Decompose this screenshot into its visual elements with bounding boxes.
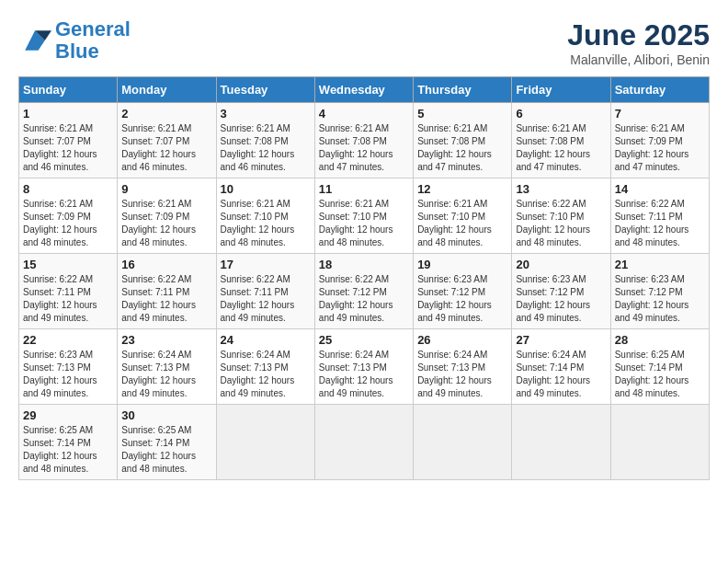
day-cell-28: 28 Sunrise: 6:25 AM Sunset: 7:14 PM Dayl…: [610, 329, 709, 405]
day-number: 23: [121, 333, 211, 347]
day-number: 30: [121, 408, 211, 422]
day-cell-11: 11 Sunrise: 6:21 AM Sunset: 7:10 PM Dayl…: [314, 178, 413, 254]
day-info: Sunrise: 6:21 AM Sunset: 7:10 PM Dayligh…: [417, 198, 507, 249]
day-info: Sunrise: 6:25 AM Sunset: 7:14 PM Dayligh…: [121, 424, 211, 476]
day-cell-14: 14 Sunrise: 6:22 AM Sunset: 7:11 PM Dayl…: [610, 178, 709, 254]
day-number: 2: [121, 107, 211, 121]
day-info: Sunrise: 6:25 AM Sunset: 7:14 PM Dayligh…: [615, 349, 705, 400]
day-cell-22: 22 Sunrise: 6:23 AM Sunset: 7:13 PM Dayl…: [19, 329, 118, 405]
day-number: 10: [221, 182, 311, 196]
day-cell-24: 24 Sunrise: 6:24 AM Sunset: 7:13 PM Dayl…: [216, 329, 314, 405]
day-info: Sunrise: 6:21 AM Sunset: 7:07 PM Dayligh…: [23, 122, 113, 174]
day-info: Sunrise: 6:24 AM Sunset: 7:13 PM Dayligh…: [121, 349, 211, 400]
day-number: 20: [516, 258, 606, 271]
empty-cell: [314, 405, 413, 480]
day-info: Sunrise: 6:22 AM Sunset: 7:11 PM Dayligh…: [23, 273, 113, 325]
month-title: June 2025: [567, 18, 710, 52]
calendar-week-4: 22 Sunrise: 6:23 AM Sunset: 7:13 PM Dayl…: [19, 329, 710, 405]
day-number: 8: [23, 182, 113, 196]
header-thursday: Thursday: [414, 77, 512, 103]
location-title: Malanville, Alibori, Benin: [567, 52, 710, 67]
day-number: 29: [23, 408, 113, 422]
day-info: Sunrise: 6:22 AM Sunset: 7:12 PM Dayligh…: [319, 273, 409, 325]
empty-cell: [512, 405, 610, 480]
day-number: 1: [23, 107, 113, 121]
day-number: 28: [615, 333, 705, 347]
day-cell-29: 29 Sunrise: 6:25 AM Sunset: 7:14 PM Dayl…: [19, 405, 118, 480]
day-info: Sunrise: 6:24 AM Sunset: 7:13 PM Dayligh…: [319, 349, 409, 400]
day-info: Sunrise: 6:23 AM Sunset: 7:12 PM Dayligh…: [516, 273, 606, 325]
day-number: 22: [23, 333, 113, 347]
day-number: 4: [319, 107, 409, 121]
day-number: 14: [615, 182, 705, 196]
day-number: 26: [417, 333, 507, 347]
header-saturday: Saturday: [610, 77, 709, 103]
day-number: 19: [417, 258, 507, 271]
logo-blue: Blue: [55, 40, 99, 63]
day-cell-13: 13 Sunrise: 6:22 AM Sunset: 7:10 PM Dayl…: [512, 178, 610, 254]
day-number: 16: [121, 258, 211, 271]
title-block: June 2025 Malanville, Alibori, Benin: [567, 18, 710, 67]
empty-cell: [610, 405, 709, 480]
day-number: 5: [417, 107, 507, 121]
day-cell-9: 9 Sunrise: 6:21 AM Sunset: 7:09 PM Dayli…: [118, 178, 216, 254]
day-cell-18: 18 Sunrise: 6:22 AM Sunset: 7:12 PM Dayl…: [314, 254, 413, 329]
day-info: Sunrise: 6:22 AM Sunset: 7:10 PM Dayligh…: [516, 198, 606, 249]
weekday-row: Sunday Monday Tuesday Wednesday Thursday…: [19, 77, 710, 103]
day-cell-10: 10 Sunrise: 6:21 AM Sunset: 7:10 PM Dayl…: [216, 178, 314, 254]
day-number: 21: [615, 258, 705, 271]
day-number: 6: [516, 107, 606, 121]
day-cell-30: 30 Sunrise: 6:25 AM Sunset: 7:14 PM Dayl…: [118, 405, 216, 480]
day-cell-4: 4 Sunrise: 6:21 AM Sunset: 7:08 PM Dayli…: [314, 103, 413, 178]
day-info: Sunrise: 6:23 AM Sunset: 7:12 PM Dayligh…: [615, 273, 705, 325]
day-number: 7: [615, 107, 705, 121]
day-number: 13: [516, 182, 606, 196]
day-cell-26: 26 Sunrise: 6:24 AM Sunset: 7:13 PM Dayl…: [414, 329, 512, 405]
page-header: General Blue June 2025 Malanville, Alibo…: [18, 18, 710, 67]
day-cell-21: 21 Sunrise: 6:23 AM Sunset: 7:12 PM Dayl…: [610, 254, 709, 329]
day-number: 15: [23, 258, 113, 271]
day-number: 3: [221, 107, 311, 121]
day-cell-12: 12 Sunrise: 6:21 AM Sunset: 7:10 PM Dayl…: [414, 178, 512, 254]
header-tuesday: Tuesday: [216, 77, 314, 103]
day-info: Sunrise: 6:21 AM Sunset: 7:09 PM Dayligh…: [121, 198, 211, 249]
calendar-week-2: 8 Sunrise: 6:21 AM Sunset: 7:09 PM Dayli…: [19, 178, 710, 254]
calendar-week-3: 15 Sunrise: 6:22 AM Sunset: 7:11 PM Dayl…: [19, 254, 710, 329]
day-info: Sunrise: 6:21 AM Sunset: 7:10 PM Dayligh…: [319, 198, 409, 249]
day-number: 18: [319, 258, 409, 271]
day-cell-7: 7 Sunrise: 6:21 AM Sunset: 7:09 PM Dayli…: [610, 103, 709, 178]
day-info: Sunrise: 6:24 AM Sunset: 7:13 PM Dayligh…: [417, 349, 507, 400]
empty-cell: [216, 405, 314, 480]
header-friday: Friday: [512, 77, 610, 103]
day-number: 25: [319, 333, 409, 347]
day-info: Sunrise: 6:23 AM Sunset: 7:13 PM Dayligh…: [23, 349, 113, 400]
day-info: Sunrise: 6:21 AM Sunset: 7:08 PM Dayligh…: [221, 122, 311, 174]
day-cell-15: 15 Sunrise: 6:22 AM Sunset: 7:11 PM Dayl…: [19, 254, 118, 329]
day-info: Sunrise: 6:22 AM Sunset: 7:11 PM Dayligh…: [121, 273, 211, 325]
day-number: 9: [121, 182, 211, 196]
day-info: Sunrise: 6:21 AM Sunset: 7:07 PM Dayligh…: [121, 122, 211, 174]
day-info: Sunrise: 6:21 AM Sunset: 7:08 PM Dayligh…: [417, 122, 507, 174]
day-cell-8: 8 Sunrise: 6:21 AM Sunset: 7:09 PM Dayli…: [19, 178, 118, 254]
day-info: Sunrise: 6:22 AM Sunset: 7:11 PM Dayligh…: [221, 273, 311, 325]
day-info: Sunrise: 6:25 AM Sunset: 7:14 PM Dayligh…: [23, 424, 113, 476]
day-number: 17: [221, 258, 311, 271]
logo-icon: [18, 24, 51, 57]
day-cell-20: 20 Sunrise: 6:23 AM Sunset: 7:12 PM Dayl…: [512, 254, 610, 329]
day-info: Sunrise: 6:22 AM Sunset: 7:11 PM Dayligh…: [615, 198, 705, 249]
calendar-table: Sunday Monday Tuesday Wednesday Thursday…: [18, 76, 710, 480]
day-info: Sunrise: 6:21 AM Sunset: 7:09 PM Dayligh…: [23, 198, 113, 249]
logo-general: General: [55, 17, 131, 40]
day-cell-1: 1 Sunrise: 6:21 AM Sunset: 7:07 PM Dayli…: [19, 103, 118, 178]
header-wednesday: Wednesday: [314, 77, 413, 103]
day-cell-17: 17 Sunrise: 6:22 AM Sunset: 7:11 PM Dayl…: [216, 254, 314, 329]
empty-cell: [414, 405, 512, 480]
day-info: Sunrise: 6:24 AM Sunset: 7:14 PM Dayligh…: [516, 349, 606, 400]
logo-text: General Blue: [55, 18, 131, 63]
day-number: 11: [319, 182, 409, 196]
calendar-header: Sunday Monday Tuesday Wednesday Thursday…: [19, 77, 710, 103]
day-cell-23: 23 Sunrise: 6:24 AM Sunset: 7:13 PM Dayl…: [118, 329, 216, 405]
header-sunday: Sunday: [19, 77, 118, 103]
day-cell-2: 2 Sunrise: 6:21 AM Sunset: 7:07 PM Dayli…: [118, 103, 216, 178]
day-info: Sunrise: 6:21 AM Sunset: 7:09 PM Dayligh…: [615, 122, 705, 174]
